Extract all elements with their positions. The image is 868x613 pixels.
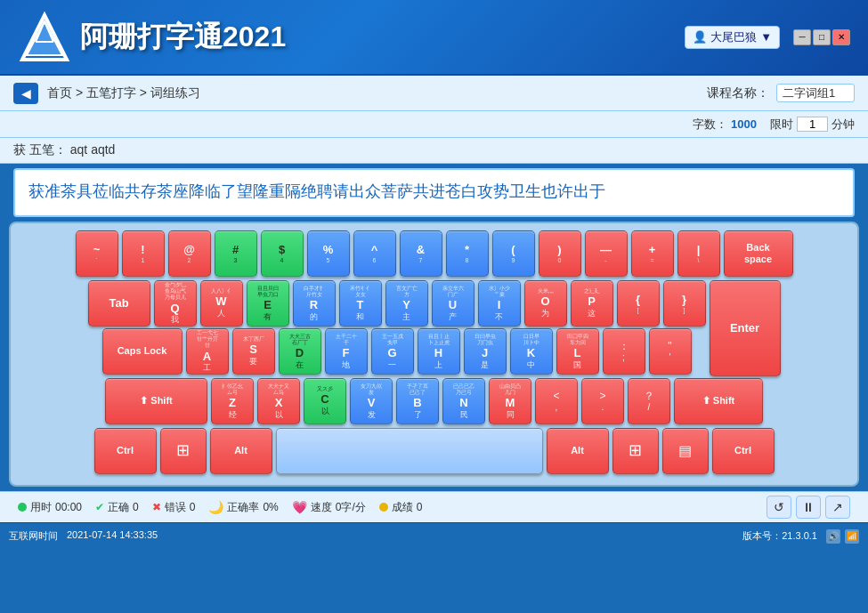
- time-value: 00:00: [55, 501, 82, 513]
- key-v[interactable]: 女刀九巛发V发: [350, 378, 393, 424]
- key-g[interactable]: 王一五戊戋甲G一: [371, 328, 414, 375]
- network-icon[interactable]: 📶: [845, 529, 859, 544]
- key-2[interactable]: @2: [168, 230, 211, 277]
- back-button[interactable]: ◀: [13, 83, 38, 104]
- key-minus[interactable]: —-: [585, 230, 628, 277]
- speed-label: 速度: [311, 500, 332, 515]
- window-controls: ─ □ ✕: [793, 29, 850, 45]
- typing-text: 获准茶具莅临共存茶座降临了望隆重隔绝聘请出众菩萨共进苍白攻势卫生也许出于: [28, 182, 605, 200]
- key-z[interactable]: 纟巛乙幺ム弓Z经: [211, 378, 254, 424]
- key-1[interactable]: !1: [122, 230, 165, 277]
- caps-lock-key[interactable]: Caps Lock: [102, 328, 183, 375]
- key-l[interactable]: 田囗甲四车力回L国: [556, 328, 599, 375]
- key-j[interactable]: 日曰早虫刀冂虫J是: [464, 328, 507, 375]
- error-stat: ✖ 错误 0: [152, 500, 196, 515]
- key-9[interactable]: (9: [492, 230, 535, 277]
- key-quote[interactable]: "': [649, 328, 692, 375]
- header: 阿珊打字通2021 👤 大尾巴狼 ▼ ─ □ ✕: [0, 0, 868, 76]
- key-a[interactable]: 工一弋七廿艹廾丌廿A工: [186, 328, 229, 375]
- time-limit-input[interactable]: 1: [797, 117, 828, 132]
- error-value: 0: [190, 501, 196, 513]
- error-label: 错误: [165, 500, 186, 515]
- key-5[interactable]: %5: [307, 230, 350, 277]
- space-key[interactable]: [276, 428, 543, 474]
- maximize-button[interactable]: □: [813, 29, 831, 45]
- win-right-key[interactable]: ⊞: [612, 428, 659, 474]
- key-bracket-right[interactable]: }]: [663, 280, 706, 327]
- caps-lock-label: Caps Lock: [118, 345, 167, 357]
- shift-right-key[interactable]: ⬆ Shift: [674, 378, 763, 424]
- key-6[interactable]: ^6: [353, 230, 396, 277]
- key-y[interactable]: 言文广亡方Y主: [385, 280, 428, 327]
- key-3[interactable]: #3: [215, 230, 257, 277]
- score-icon: [379, 503, 388, 512]
- key-d[interactable]: 大犬三古石厂丁D在: [279, 328, 321, 375]
- tab-key[interactable]: Tab: [88, 280, 150, 327]
- ctrl-right-key[interactable]: Ctrl: [712, 428, 775, 474]
- logo-area: 阿珊打字通2021: [18, 11, 286, 64]
- keyboard-row-1: ~` !1 @2 #3 $4 %5 ^6 &7 *8 (9 )0 —- += |…: [18, 230, 850, 277]
- key-o[interactable]: 火米灬O为: [524, 280, 567, 327]
- ctrl-left-key[interactable]: Ctrl: [94, 428, 157, 474]
- key-b[interactable]: 子孑了耳已己了B了: [396, 378, 439, 424]
- user-badge[interactable]: 👤 大尾巴狼 ▼: [685, 26, 780, 49]
- minimize-button[interactable]: ─: [793, 29, 811, 45]
- time-limit-stat: 限时 1 分钟: [770, 117, 855, 133]
- correct-value: 0: [133, 501, 139, 513]
- course-dropdown[interactable]: 二字词组1: [776, 84, 855, 102]
- course-select[interactable]: 二字词组1: [776, 84, 855, 102]
- export-button[interactable]: ↗: [825, 496, 850, 519]
- speaker-icon[interactable]: 🔊: [826, 529, 840, 544]
- key-e[interactable]: 目且旦曰早虫刀口E有: [247, 280, 289, 327]
- key-backslash[interactable]: |\: [677, 230, 720, 277]
- menu-key[interactable]: ▤: [662, 428, 709, 474]
- logo-text: 阿珊打字通2021: [80, 18, 286, 57]
- key-c[interactable]: 又ス彡C以: [304, 378, 346, 424]
- dropdown-icon: ▼: [760, 30, 772, 44]
- version-text: 版本号：21.3.0.1: [742, 530, 817, 541]
- accuracy-label: 正确率: [227, 500, 259, 515]
- key-q[interactable]: 金勹夕乚鱼鸟山气乃母贝儿Q我: [154, 280, 197, 327]
- correct-stat: ✔ 正确 0: [95, 500, 139, 515]
- alt-left-key[interactable]: Alt: [210, 428, 272, 474]
- key-i[interactable]: 水冫小少⺌業I不: [478, 280, 521, 327]
- key-0[interactable]: )0: [539, 230, 581, 277]
- key-p[interactable]: 之辶廴P这: [571, 280, 613, 327]
- key-semicolon[interactable]: ：;: [603, 328, 645, 375]
- win-left-key[interactable]: ⊞: [160, 428, 207, 474]
- hint-label: 获 五笔：: [13, 142, 67, 157]
- alt-right-key[interactable]: Alt: [547, 428, 609, 474]
- key-x[interactable]: 大犬ナ又厶马X以: [257, 378, 300, 424]
- key-comma[interactable]: <,: [535, 378, 578, 424]
- key-7[interactable]: &7: [400, 230, 442, 277]
- status-bar: 用时 00:00 ✔ 正确 0 ✖ 错误 0 🌙 正确率 0% 💗 速度 0字/…: [0, 491, 868, 522]
- key-s[interactable]: 木丁西厂S要: [232, 328, 275, 375]
- key-k[interactable]: 口日早川卜中K中: [510, 328, 553, 375]
- key-bracket-left[interactable]: {[: [617, 280, 660, 327]
- pause-button[interactable]: ⏸: [796, 496, 821, 519]
- key-r[interactable]: 白手才扌斤竹攵R的: [293, 280, 336, 327]
- key-n[interactable]: 已己已乙乃已弓N民: [442, 378, 485, 424]
- key-slash[interactable]: ？/: [628, 378, 670, 424]
- key-h[interactable]: 目且丨止卜上止虎H上: [418, 328, 460, 375]
- course-selector: 课程名称： 二字词组1: [707, 84, 855, 102]
- key-8[interactable]: *8: [446, 230, 489, 277]
- key-w[interactable]: 人八冫亻W人: [200, 280, 243, 327]
- key-period[interactable]: >.: [581, 378, 624, 424]
- key-equals[interactable]: +=: [631, 230, 674, 277]
- key-f[interactable]: 土干二十干F地: [325, 328, 368, 375]
- time-icon: [18, 503, 27, 512]
- typing-area[interactable]: 获准茶具莅临共存茶座降临了望隆重隔绝聘请出众菩萨共进苍白攻势卫生也许出于: [13, 168, 855, 217]
- reset-button[interactable]: ↺: [767, 496, 791, 519]
- enter-key[interactable]: Enter: [710, 280, 781, 376]
- key-t[interactable]: 禾竹彳亻攵女T和: [339, 280, 382, 327]
- close-button[interactable]: ✕: [832, 29, 850, 45]
- key-u[interactable]: 亲立辛六门广U产: [432, 280, 475, 327]
- key-4[interactable]: $4: [261, 230, 304, 277]
- key-m[interactable]: 山由贝凸几门M同: [489, 378, 531, 424]
- user-icon: 👤: [693, 30, 707, 44]
- shift-left-key[interactable]: ⬆ Shift: [105, 378, 207, 424]
- accuracy-value: 0%: [263, 501, 278, 513]
- key-backtick[interactable]: ~`: [76, 230, 118, 277]
- backspace-key[interactable]: Backspace: [724, 230, 793, 277]
